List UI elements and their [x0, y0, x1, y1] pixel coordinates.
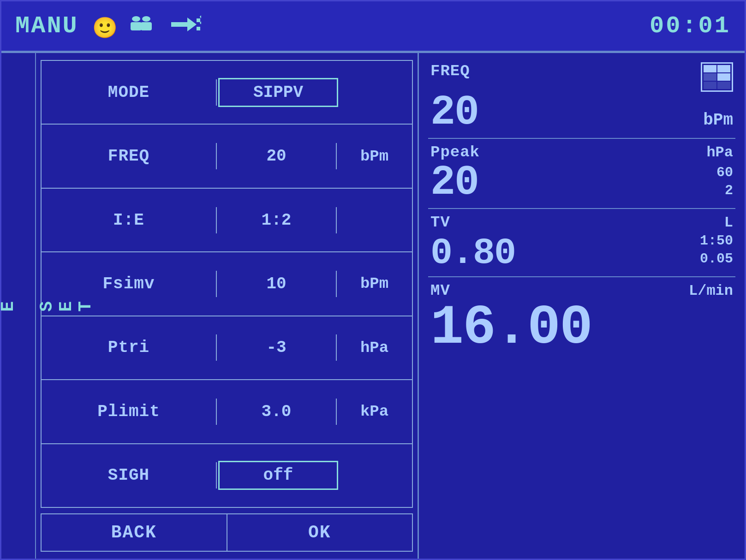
svg-rect-1: [131, 22, 142, 30]
ptri-value[interactable]: -3: [217, 334, 337, 361]
header-left: MANU 🙂: [15, 12, 201, 41]
header: MANU 🙂: [1, 1, 745, 52]
mv-value-row: 16.00: [430, 300, 733, 356]
freq-grid-icon: [701, 62, 733, 92]
fsimv-unit: bPm: [337, 271, 412, 296]
plimit-row[interactable]: Plimit 3.0 kPa: [42, 380, 412, 444]
svg-rect-6: [197, 18, 200, 22]
plimit-label-cell: Plimit: [42, 399, 217, 425]
ok-button[interactable]: OK: [227, 514, 412, 551]
ppeak-reading-unit: hPa: [706, 144, 733, 161]
sigh-label-cell: SIGH: [42, 462, 217, 489]
freq-value[interactable]: 20: [217, 143, 337, 169]
ie-row[interactable]: I:E 1:2: [42, 189, 412, 252]
people-icon: 🙂: [92, 12, 155, 41]
main-content: MODESET MODE SIPPV FREQ 20 bPm: [1, 52, 745, 559]
mode-label-cell: MODE: [42, 79, 217, 106]
sigh-unit: [340, 472, 412, 479]
tv-header: TV L: [430, 214, 733, 231]
freq-reading-label: FREQ: [430, 62, 470, 80]
mode-row[interactable]: MODE SIPPV: [42, 61, 412, 125]
freq-row[interactable]: FREQ 20 bPm: [42, 125, 412, 188]
freq-label-cell: FREQ: [42, 143, 217, 169]
ie-label-cell: I:E: [42, 207, 217, 233]
ppeak-header: Ppeak hPa: [430, 143, 733, 161]
ppeak-main-value: 20: [430, 162, 478, 203]
freq-value-row: 20 bPm: [430, 92, 733, 133]
tv-sub-values: 1:500.05: [700, 232, 733, 272]
freq-top: FREQ: [430, 62, 733, 92]
ppeak-value-row: 20 602: [430, 162, 733, 203]
sigh-value[interactable]: off: [218, 461, 338, 490]
settings-table: MODE SIPPV FREQ 20 bPm I:E 1:2: [41, 60, 413, 508]
ptri-unit: hPa: [337, 335, 412, 360]
ppeak-reading-section: Ppeak hPa 20 602: [428, 139, 735, 209]
svg-rect-2: [142, 16, 150, 22]
clock-display: 00:01: [650, 12, 731, 40]
tv-main-value: 0.80: [430, 235, 515, 272]
mv-reading-unit: L/min: [689, 282, 733, 299]
fsimv-label-cell: Fsimv: [42, 271, 217, 297]
ptri-label-cell: Ptri: [42, 334, 217, 361]
ppeak-sub-values: 602: [716, 164, 733, 203]
freq-unit-label: bPm: [703, 111, 733, 133]
mv-reading-section: MV L/min 16.00: [428, 277, 735, 554]
svg-marker-5: [187, 18, 197, 31]
ie-value[interactable]: 1:2: [217, 207, 337, 233]
readings-panel: FREQ 20 bPm: [419, 53, 745, 559]
mode-set-label: MODESET: [1, 53, 36, 559]
screen: MANU 🙂: [0, 0, 746, 560]
ie-unit: [337, 216, 412, 224]
freq-reading-section: FREQ 20 bPm: [428, 58, 735, 139]
ppeak-reading-label: Ppeak: [430, 143, 480, 161]
sigh-row[interactable]: SIGH off: [42, 444, 412, 507]
tv-reading-label: TV: [430, 214, 450, 231]
svg-rect-0: [132, 16, 140, 22]
freq-main-value: 20: [430, 92, 478, 133]
svg-rect-4: [171, 22, 187, 27]
plimit-value[interactable]: 3.0: [217, 399, 337, 425]
buttons-row: BACK OK: [41, 513, 413, 552]
ptri-row[interactable]: Ptri -3 hPa: [42, 316, 412, 380]
mode-unit: [340, 89, 412, 96]
svg-rect-3: [141, 22, 152, 30]
plimit-unit: kPa: [337, 399, 412, 424]
back-button[interactable]: BACK: [42, 514, 227, 551]
app-title: MANU: [15, 12, 78, 40]
tv-value-row: 0.80 1:500.05: [430, 232, 733, 272]
mode-value[interactable]: SIPPV: [218, 78, 338, 107]
svg-rect-7: [197, 27, 200, 30]
freq-unit: bPm: [337, 144, 412, 169]
tv-reading-section: TV L 0.80 1:500.05: [428, 209, 735, 277]
mv-main-value: 16.00: [430, 300, 592, 356]
tv-reading-unit: L: [724, 214, 733, 231]
signal-icon: [169, 12, 201, 41]
fsimv-value[interactable]: 10: [217, 271, 337, 297]
fsimv-row[interactable]: Fsimv 10 bPm: [42, 252, 412, 316]
mode-label: MODESET: [0, 300, 95, 312]
